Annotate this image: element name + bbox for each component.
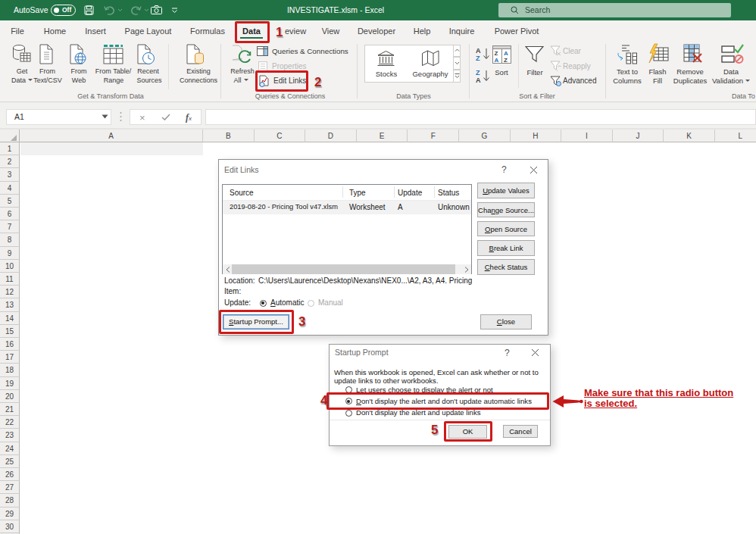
svg-text:A: A bbox=[476, 47, 481, 55]
svg-text:Z: Z bbox=[504, 57, 508, 64]
svg-text:Z: Z bbox=[476, 55, 480, 61]
svg-text:A: A bbox=[495, 57, 499, 64]
